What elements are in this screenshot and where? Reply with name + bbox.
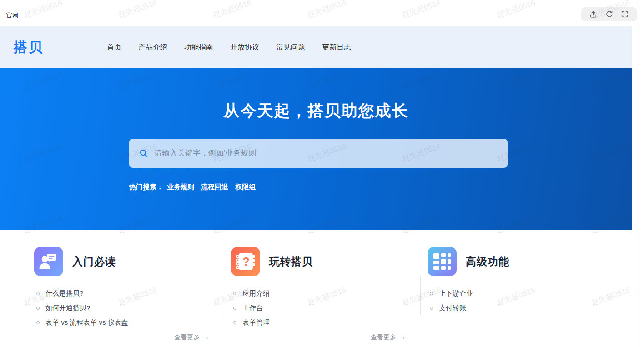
hero-banner: 从今天起，搭贝助您成长 热门搜索： 业务规则流程回退权限组 xyxy=(0,68,632,230)
refresh-icon[interactable] xyxy=(605,10,613,18)
search-icon[interactable] xyxy=(139,149,148,158)
svg-text:?: ? xyxy=(242,255,249,268)
doc-link[interactable]: 工作台 xyxy=(231,301,421,315)
column-divider xyxy=(224,276,224,315)
hot-search-row: 热门搜索： 业务规则流程回退权限组 xyxy=(129,183,256,191)
scrollbar-gutter xyxy=(632,0,644,347)
doc-list: 什么是搭贝?如何开通搭贝?表单 vs 流程表单 vs 仪表盘 xyxy=(34,286,224,330)
category-title: 高级功能 xyxy=(466,255,509,269)
doc-list: 上下游企业支付转账 xyxy=(428,286,632,315)
category-getting-started: 入门必读 什么是搭贝?如何开通搭贝?表单 vs 流程表单 vs 仪表盘 查看更多… xyxy=(34,247,224,342)
nav-item[interactable]: 功能指南 xyxy=(184,43,213,52)
upload-icon[interactable] xyxy=(589,10,597,18)
nav-item[interactable]: 常见问题 xyxy=(276,43,305,52)
category-title: 玩转搭贝 xyxy=(269,255,313,269)
official-site-link[interactable]: 官网 xyxy=(6,11,18,20)
hero-title: 从今天起，搭贝助您成长 xyxy=(0,100,632,121)
nav-item[interactable]: 开放协议 xyxy=(230,43,259,52)
page: 官网 搭贝 首页产品介绍功能指南开放协议常见问题更新日志 从今天起，搭贝 xyxy=(0,0,644,347)
hot-search-links: 业务规则流程回退权限组 xyxy=(167,183,256,191)
top-bar: 官网 xyxy=(0,0,632,26)
nav-item[interactable]: 产品介绍 xyxy=(138,43,167,52)
category-advanced: 高级功能 上下游企业支付转账 xyxy=(421,247,632,342)
arrow-right-icon: → xyxy=(399,333,406,341)
logo[interactable]: 搭贝 xyxy=(14,38,44,57)
category-section: 入门必读 什么是搭贝?如何开通搭贝?表单 vs 流程表单 vs 仪表盘 查看更多… xyxy=(0,230,632,347)
doc-link[interactable]: 支付转账 xyxy=(428,301,632,315)
doc-link[interactable]: 表单管理 xyxy=(231,315,421,330)
column-divider xyxy=(420,276,421,315)
arrow-right-icon: → xyxy=(203,333,209,341)
notebook-question-icon: ? xyxy=(231,247,260,276)
person-chat-icon xyxy=(34,247,63,276)
fullscreen-icon[interactable] xyxy=(621,10,629,18)
nav-item[interactable]: 更新日志 xyxy=(322,43,351,52)
scrollbar-track[interactable] xyxy=(639,0,639,347)
nav-bar: 搭贝 首页产品介绍功能指南开放协议常见问题更新日志 xyxy=(0,26,632,68)
hot-search-link[interactable]: 权限组 xyxy=(235,183,256,191)
doc-link[interactable]: 表单 vs 流程表单 vs 仪表盘 xyxy=(34,315,224,330)
category-title: 入门必读 xyxy=(72,255,116,269)
doc-link[interactable]: 如何开通搭贝? xyxy=(34,301,224,315)
preview-toolbar xyxy=(581,7,637,21)
doc-link[interactable]: 应用介绍 xyxy=(231,286,421,301)
doc-link[interactable]: 上下游企业 xyxy=(428,286,632,301)
hot-search-link[interactable]: 业务规则 xyxy=(167,183,194,191)
view-more-link[interactable]: 查看更多→ xyxy=(34,333,224,342)
search-box xyxy=(129,139,508,168)
hot-search-link[interactable]: 流程回退 xyxy=(201,183,228,191)
category-play-dabei: ? 玩转搭贝 应用介绍工作台表单管理 查看更多→ xyxy=(224,247,421,342)
main-nav: 首页产品介绍功能指南开放协议常见问题更新日志 xyxy=(107,43,351,52)
hot-search-label: 热门搜索： xyxy=(129,183,163,191)
grid-dashboard-icon xyxy=(428,247,457,276)
doc-list: 应用介绍工作台表单管理 xyxy=(231,286,421,330)
search-input[interactable] xyxy=(154,139,508,168)
nav-item[interactable]: 首页 xyxy=(107,43,121,52)
doc-link[interactable]: 什么是搭贝? xyxy=(34,286,224,301)
view-more-link[interactable]: 查看更多→ xyxy=(231,333,421,342)
